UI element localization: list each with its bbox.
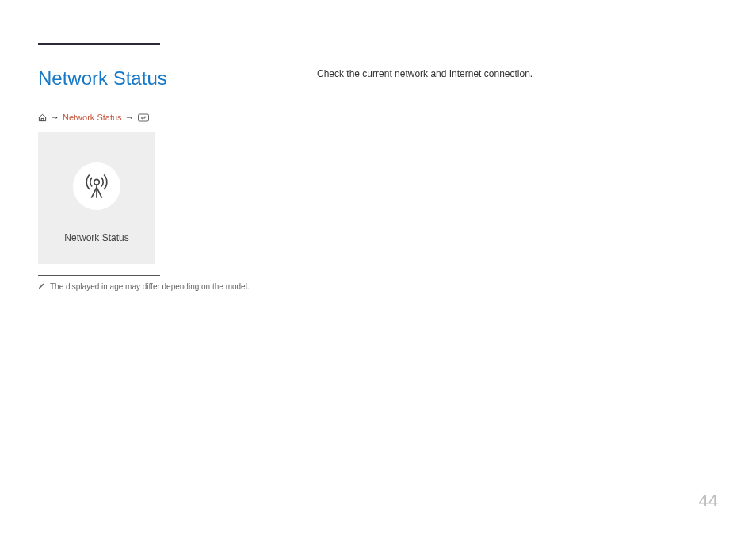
breadcrumb-link: Network Status xyxy=(63,113,122,122)
card-icon-wrap xyxy=(73,162,120,210)
page-title: Network Status xyxy=(38,67,300,90)
content-columns: Network Status → Network Status → xyxy=(38,67,718,291)
svg-rect-0 xyxy=(138,114,148,121)
svg-point-1 xyxy=(94,179,100,185)
network-status-card: Network Status xyxy=(38,132,155,264)
pencil-icon xyxy=(38,282,45,291)
breadcrumb: → Network Status → xyxy=(38,112,300,123)
right-column: Check the current network and Internet c… xyxy=(315,67,718,291)
note-text: The displayed image may differ depending… xyxy=(50,282,250,291)
description-text: Check the current network and Internet c… xyxy=(317,67,718,81)
disclaimer-note: The displayed image may differ depending… xyxy=(38,282,300,291)
top-rule xyxy=(38,44,718,45)
arrow-right-icon: → xyxy=(125,112,135,123)
rule-thin xyxy=(176,44,718,44)
small-divider xyxy=(38,275,160,276)
arrow-right-icon: → xyxy=(50,112,59,123)
rule-thick xyxy=(38,43,160,45)
page-number: 44 xyxy=(699,491,718,511)
left-column: Network Status → Network Status → xyxy=(38,67,315,291)
antenna-icon xyxy=(81,169,113,204)
enter-icon xyxy=(138,113,149,122)
card-label: Network Status xyxy=(64,232,128,243)
home-icon xyxy=(38,113,47,122)
